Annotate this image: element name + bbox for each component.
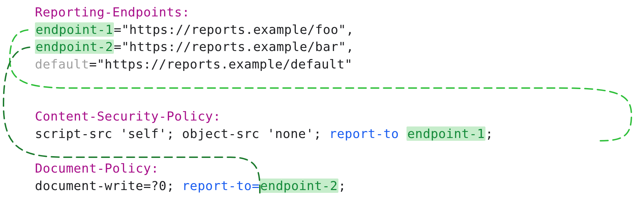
- dp-endpoint-ref: endpoint-2: [259, 179, 338, 193]
- endpoint-key-2: endpoint-2: [35, 39, 114, 54]
- dp-body: document-write=?0;: [35, 179, 182, 193]
- dp-trailing: ;: [338, 179, 346, 193]
- dp-header: Document-Policy:: [35, 161, 159, 175]
- endpoint-key-default: default: [35, 57, 89, 71]
- csp-body: script-src 'self'; object-src 'none';: [35, 126, 329, 141]
- endpoint-val-1: "https://reports.example/foo": [122, 22, 346, 37]
- code-block: Reporting-Endpoints: endpoint-1="https:/…: [35, 3, 493, 194]
- reporting-endpoints-header: Reporting-Endpoints:: [35, 5, 190, 19]
- dp-report-to-keyword: report-to=: [182, 179, 259, 193]
- csp-trailing: ;: [485, 126, 493, 141]
- csp-header: Content-Security-Policy:: [35, 109, 221, 123]
- csp-report-to-keyword: report-to: [329, 126, 407, 141]
- endpoint-val-2: "https://reports.example/bar": [122, 39, 346, 54]
- endpoint-val-default: "https://reports.example/default": [97, 57, 352, 71]
- endpoint-key-1: endpoint-1: [35, 22, 114, 37]
- csp-endpoint-ref: endpoint-1: [407, 126, 485, 141]
